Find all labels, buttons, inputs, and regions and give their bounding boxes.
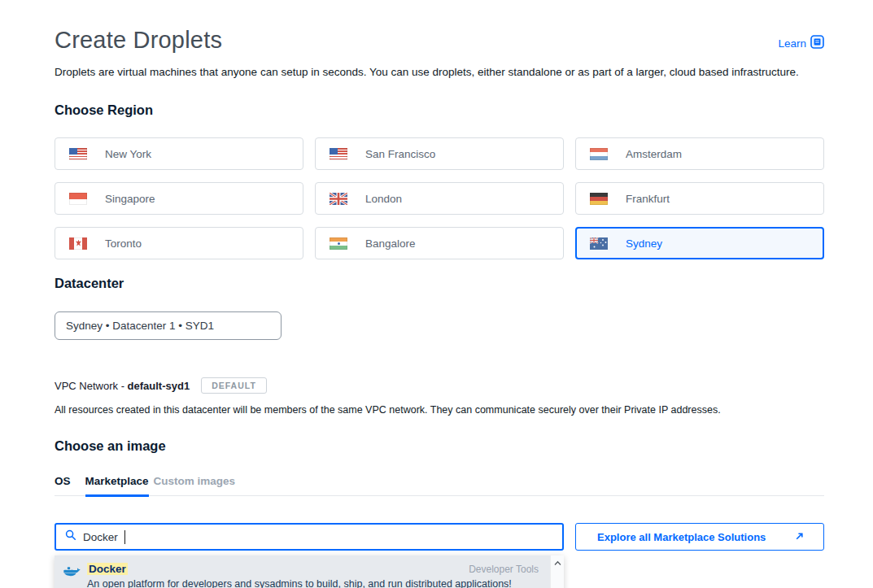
page-title: Create Droplets <box>55 27 222 54</box>
page-subtitle: Droplets are virtual machines that anyon… <box>55 66 824 78</box>
region-button-amsterdam[interactable]: Amsterdam <box>575 137 824 170</box>
search-value: Docker <box>83 531 118 543</box>
region-button-sydney[interactable]: Sydney <box>575 227 824 259</box>
learn-link-label: Learn <box>778 37 806 50</box>
tab-custom-images[interactable]: Custom images <box>154 475 236 495</box>
datacenter-heading: Datacenter <box>55 276 824 291</box>
region-button-london[interactable]: London <box>315 182 564 215</box>
create-droplets-page: Create Droplets Learn Droplets are virtu… <box>0 0 873 588</box>
vpc-network-label: VPC Network - default-syd1 <box>55 380 190 392</box>
choose-image-heading: Choose an image <box>55 438 824 454</box>
region-label: Sydney <box>626 237 662 250</box>
search-icon <box>65 529 76 544</box>
result-item-docker[interactable]: Docker Developer Tools An open platform … <box>55 555 550 588</box>
result-description: An open platform for developers and sysa… <box>87 578 539 588</box>
vpc-description: All resources created in this datacenter… <box>55 404 824 416</box>
scroll-up-icon <box>554 560 561 566</box>
external-arrow-icon <box>795 531 804 543</box>
region-label: Toronto <box>105 237 142 250</box>
region-label: San Francisco <box>365 148 435 160</box>
uk-flag-icon <box>330 193 347 205</box>
learn-doc-icon <box>810 35 824 51</box>
text-caret <box>124 530 125 544</box>
page-header: Create Droplets Learn <box>55 27 824 54</box>
datacenter-select[interactable]: Sydney • Datacenter 1 • SYD1 <box>55 311 282 340</box>
region-button-frankfurt[interactable]: Frankfurt <box>575 182 824 215</box>
in-flag-icon <box>330 237 347 250</box>
nl-flag-icon <box>590 148 608 160</box>
region-grid: New York San Francisco Amsterdam Singapo… <box>55 137 824 259</box>
vpc-default-badge: DEFAULT <box>201 377 267 394</box>
tab-marketplace[interactable]: Marketplace <box>85 475 149 495</box>
result-item-header: Docker Developer Tools <box>87 563 539 575</box>
learn-link[interactable]: Learn <box>778 35 824 51</box>
ca-flag-icon <box>69 237 87 250</box>
dropdown-scrollbar[interactable] <box>550 555 564 588</box>
search-row: Docker Explore all Marketplace Solutions <box>55 523 824 551</box>
region-label: New York <box>105 148 151 160</box>
region-label: Amsterdam <box>626 148 682 160</box>
region-button-bangalore[interactable]: Bangalore <box>315 227 564 259</box>
docker-whale-icon <box>63 564 81 581</box>
result-category: Developer Tools <box>469 564 539 575</box>
explore-marketplace-button[interactable]: Explore all Marketplace Solutions <box>575 523 824 551</box>
search-results-dropdown: Docker Developer Tools An open platform … <box>55 555 564 588</box>
tab-os[interactable]: OS <box>55 475 71 495</box>
vpc-network-name: default-syd1 <box>128 380 190 392</box>
region-label: Singapore <box>105 193 155 205</box>
region-button-san-francisco[interactable]: San Francisco <box>315 137 564 170</box>
region-button-toronto[interactable]: Toronto <box>55 227 303 259</box>
explore-marketplace-label: Explore all Marketplace Solutions <box>597 531 766 543</box>
us-flag-icon <box>330 148 347 160</box>
choose-region-heading: Choose Region <box>55 102 824 118</box>
search-results-list: Docker Developer Tools An open platform … <box>55 555 550 588</box>
image-tabs: OS Marketplace Custom images <box>55 475 824 496</box>
result-name: Docker <box>87 563 128 575</box>
sg-flag-icon <box>69 193 87 205</box>
de-flag-icon <box>590 193 608 205</box>
region-label: London <box>365 193 402 205</box>
datacenter-value: Sydney • Datacenter 1 • SYD1 <box>66 320 214 332</box>
region-button-new-york[interactable]: New York <box>55 137 303 170</box>
search-input[interactable]: Docker <box>55 523 564 551</box>
us-flag-icon <box>69 148 87 160</box>
vpc-network-row: VPC Network - default-syd1 DEFAULT <box>55 377 824 394</box>
region-label: Frankfurt <box>626 193 670 205</box>
au-flag-icon <box>590 237 608 250</box>
region-button-singapore[interactable]: Singapore <box>55 182 303 215</box>
region-label: Bangalore <box>365 237 416 250</box>
